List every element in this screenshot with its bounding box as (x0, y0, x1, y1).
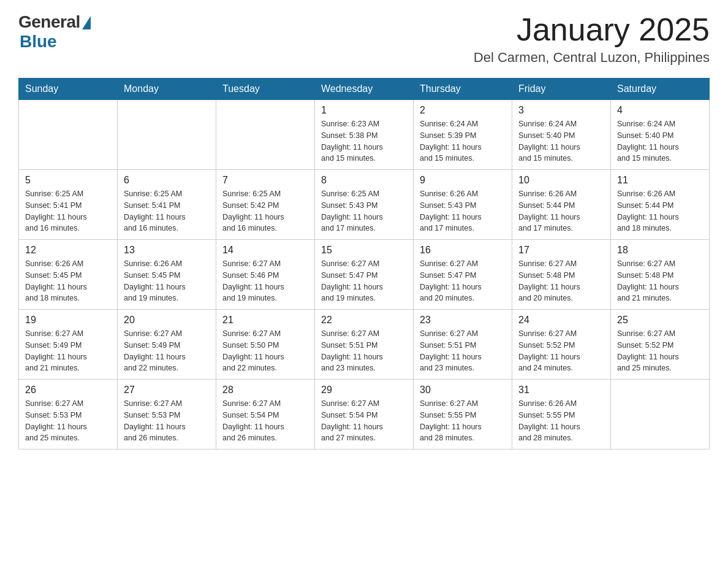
day-number: 26 (25, 385, 111, 396)
header-friday: Friday (512, 79, 611, 100)
day-info: Sunrise: 6:26 AM Sunset: 5:44 PM Dayligh… (518, 188, 604, 234)
table-row: 25Sunrise: 6:27 AM Sunset: 5:52 PM Dayli… (611, 310, 710, 380)
table-row: 30Sunrise: 6:27 AM Sunset: 5:55 PM Dayli… (414, 380, 512, 450)
header-saturday: Saturday (611, 79, 710, 100)
table-row: 23Sunrise: 6:27 AM Sunset: 5:51 PM Dayli… (414, 310, 512, 380)
table-row (216, 100, 315, 170)
day-info: Sunrise: 6:27 AM Sunset: 5:47 PM Dayligh… (321, 258, 407, 304)
day-number: 19 (25, 315, 111, 326)
day-info: Sunrise: 6:25 AM Sunset: 5:41 PM Dayligh… (124, 188, 210, 234)
day-info: Sunrise: 6:24 AM Sunset: 5:40 PM Dayligh… (518, 118, 604, 164)
day-info: Sunrise: 6:27 AM Sunset: 5:53 PM Dayligh… (25, 398, 111, 444)
calendar-week-row: 12Sunrise: 6:26 AM Sunset: 5:45 PM Dayli… (19, 240, 710, 310)
day-number: 6 (124, 175, 210, 186)
calendar-table: Sunday Monday Tuesday Wednesday Thursday… (18, 78, 710, 450)
header-monday: Monday (118, 79, 216, 100)
day-info: Sunrise: 6:27 AM Sunset: 5:48 PM Dayligh… (617, 258, 703, 304)
month-title: January 2025 (474, 12, 710, 47)
header: General Blue January 2025 Del Carmen, Ce… (18, 12, 710, 66)
table-row: 7Sunrise: 6:25 AM Sunset: 5:42 PM Daylig… (216, 170, 315, 240)
day-number: 18 (617, 245, 703, 256)
table-row: 22Sunrise: 6:27 AM Sunset: 5:51 PM Dayli… (315, 310, 414, 380)
day-number: 20 (124, 315, 210, 326)
table-row: 12Sunrise: 6:26 AM Sunset: 5:45 PM Dayli… (19, 240, 118, 310)
day-info: Sunrise: 6:26 AM Sunset: 5:44 PM Dayligh… (617, 188, 703, 234)
table-row (611, 380, 710, 450)
day-number: 3 (518, 105, 604, 116)
table-row: 5Sunrise: 6:25 AM Sunset: 5:41 PM Daylig… (19, 170, 118, 240)
day-number: 29 (321, 385, 407, 396)
title-area: January 2025 Del Carmen, Central Luzon, … (474, 12, 710, 66)
table-row: 11Sunrise: 6:26 AM Sunset: 5:44 PM Dayli… (611, 170, 710, 240)
day-number: 15 (321, 245, 407, 256)
day-info: Sunrise: 6:27 AM Sunset: 5:53 PM Dayligh… (124, 398, 210, 444)
table-row: 14Sunrise: 6:27 AM Sunset: 5:46 PM Dayli… (216, 240, 315, 310)
calendar-week-row: 26Sunrise: 6:27 AM Sunset: 5:53 PM Dayli… (19, 380, 710, 450)
table-row: 15Sunrise: 6:27 AM Sunset: 5:47 PM Dayli… (315, 240, 414, 310)
day-info: Sunrise: 6:24 AM Sunset: 5:40 PM Dayligh… (617, 118, 703, 164)
day-number: 5 (25, 175, 111, 186)
logo-triangle-icon (82, 16, 91, 29)
header-thursday: Thursday (414, 79, 512, 100)
day-info: Sunrise: 6:26 AM Sunset: 5:43 PM Dayligh… (420, 188, 506, 234)
day-info: Sunrise: 6:27 AM Sunset: 5:46 PM Dayligh… (222, 258, 308, 304)
day-number: 22 (321, 315, 407, 326)
day-number: 7 (222, 175, 308, 186)
table-row: 20Sunrise: 6:27 AM Sunset: 5:49 PM Dayli… (118, 310, 216, 380)
table-row: 18Sunrise: 6:27 AM Sunset: 5:48 PM Dayli… (611, 240, 710, 310)
day-info: Sunrise: 6:27 AM Sunset: 5:52 PM Dayligh… (617, 328, 703, 374)
day-info: Sunrise: 6:25 AM Sunset: 5:41 PM Dayligh… (25, 188, 111, 234)
day-info: Sunrise: 6:27 AM Sunset: 5:52 PM Dayligh… (518, 328, 604, 374)
day-number: 13 (124, 245, 210, 256)
day-number: 21 (222, 315, 308, 326)
day-number: 28 (222, 385, 308, 396)
day-number: 31 (518, 385, 604, 396)
day-info: Sunrise: 6:27 AM Sunset: 5:54 PM Dayligh… (222, 398, 308, 444)
table-row: 3Sunrise: 6:24 AM Sunset: 5:40 PM Daylig… (512, 100, 611, 170)
table-row: 9Sunrise: 6:26 AM Sunset: 5:43 PM Daylig… (414, 170, 512, 240)
day-info: Sunrise: 6:23 AM Sunset: 5:38 PM Dayligh… (321, 118, 407, 164)
day-info: Sunrise: 6:25 AM Sunset: 5:42 PM Dayligh… (222, 188, 308, 234)
table-row: 13Sunrise: 6:26 AM Sunset: 5:45 PM Dayli… (118, 240, 216, 310)
header-sunday: Sunday (19, 79, 118, 100)
logo: General Blue (18, 12, 91, 52)
table-row: 4Sunrise: 6:24 AM Sunset: 5:40 PM Daylig… (611, 100, 710, 170)
table-row (19, 100, 118, 170)
day-info: Sunrise: 6:25 AM Sunset: 5:43 PM Dayligh… (321, 188, 407, 234)
table-row: 26Sunrise: 6:27 AM Sunset: 5:53 PM Dayli… (19, 380, 118, 450)
day-number: 14 (222, 245, 308, 256)
day-number: 1 (321, 105, 407, 116)
day-number: 4 (617, 105, 703, 116)
day-info: Sunrise: 6:27 AM Sunset: 5:55 PM Dayligh… (420, 398, 506, 444)
table-row: 31Sunrise: 6:26 AM Sunset: 5:55 PM Dayli… (512, 380, 611, 450)
day-info: Sunrise: 6:26 AM Sunset: 5:45 PM Dayligh… (25, 258, 111, 304)
day-info: Sunrise: 6:27 AM Sunset: 5:48 PM Dayligh… (518, 258, 604, 304)
table-row: 27Sunrise: 6:27 AM Sunset: 5:53 PM Dayli… (118, 380, 216, 450)
day-number: 16 (420, 245, 506, 256)
table-row: 21Sunrise: 6:27 AM Sunset: 5:50 PM Dayli… (216, 310, 315, 380)
table-row: 17Sunrise: 6:27 AM Sunset: 5:48 PM Dayli… (512, 240, 611, 310)
table-row: 19Sunrise: 6:27 AM Sunset: 5:49 PM Dayli… (19, 310, 118, 380)
weekday-header-row: Sunday Monday Tuesday Wednesday Thursday… (19, 79, 710, 100)
day-number: 17 (518, 245, 604, 256)
calendar-week-row: 5Sunrise: 6:25 AM Sunset: 5:41 PM Daylig… (19, 170, 710, 240)
day-number: 23 (420, 315, 506, 326)
day-number: 11 (617, 175, 703, 186)
table-row: 2Sunrise: 6:24 AM Sunset: 5:39 PM Daylig… (414, 100, 512, 170)
logo-blue-text: Blue (20, 32, 57, 52)
header-tuesday: Tuesday (216, 79, 315, 100)
day-info: Sunrise: 6:27 AM Sunset: 5:51 PM Dayligh… (321, 328, 407, 374)
day-number: 9 (420, 175, 506, 186)
table-row: 10Sunrise: 6:26 AM Sunset: 5:44 PM Dayli… (512, 170, 611, 240)
day-info: Sunrise: 6:26 AM Sunset: 5:45 PM Dayligh… (124, 258, 210, 304)
day-number: 24 (518, 315, 604, 326)
logo-general-text: General (18, 12, 80, 32)
day-number: 12 (25, 245, 111, 256)
day-number: 30 (420, 385, 506, 396)
day-number: 8 (321, 175, 407, 186)
day-info: Sunrise: 6:27 AM Sunset: 5:49 PM Dayligh… (124, 328, 210, 374)
day-info: Sunrise: 6:27 AM Sunset: 5:50 PM Dayligh… (222, 328, 308, 374)
table-row: 29Sunrise: 6:27 AM Sunset: 5:54 PM Dayli… (315, 380, 414, 450)
table-row: 1Sunrise: 6:23 AM Sunset: 5:38 PM Daylig… (315, 100, 414, 170)
location-title: Del Carmen, Central Luzon, Philippines (474, 50, 710, 66)
